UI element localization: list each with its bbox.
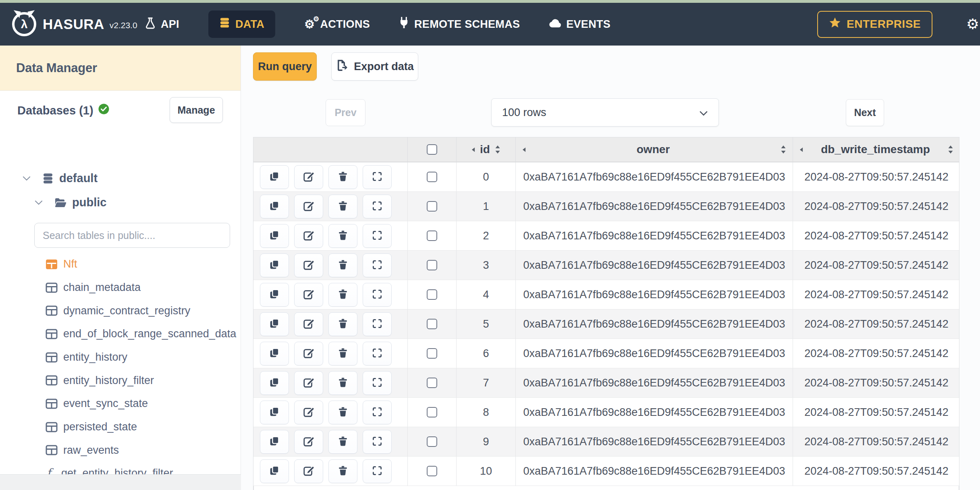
sidebar-table-item[interactable]: chain_metadata: [0, 276, 241, 299]
expand-row-button[interactable]: [363, 459, 392, 483]
edit-row-button[interactable]: [294, 342, 323, 365]
delete-row-button[interactable]: [328, 195, 357, 218]
edit-row-button[interactable]: [294, 459, 323, 483]
expand-row-button[interactable]: [363, 430, 392, 454]
row-checkbox[interactable]: [427, 378, 437, 388]
header-col-db-write-timestamp[interactable]: db_write_timestamp: [793, 137, 960, 162]
database-icon: [42, 173, 54, 184]
row-checkbox[interactable]: [427, 466, 437, 476]
row-checkbox[interactable]: [427, 172, 437, 182]
edit-icon: [303, 229, 315, 243]
search-tables-input[interactable]: [34, 223, 230, 248]
sort-arrows-icon[interactable]: [495, 145, 500, 154]
copy-row-button[interactable]: [260, 165, 289, 189]
cell-db-write-timestamp: 2024-08-27T09:50:57.245142: [793, 339, 960, 368]
copy-row-button[interactable]: [260, 253, 289, 277]
expand-row-button[interactable]: [363, 253, 392, 277]
caret-left-icon[interactable]: [471, 147, 475, 152]
caret-left-icon[interactable]: [799, 147, 803, 152]
edit-row-button[interactable]: [294, 283, 323, 307]
delete-row-button[interactable]: [328, 224, 357, 248]
run-query-button[interactable]: Run query: [253, 52, 317, 81]
row-checkbox[interactable]: [427, 348, 437, 359]
copy-row-button[interactable]: [260, 312, 289, 336]
expand-row-button[interactable]: [363, 401, 392, 424]
expand-row-button[interactable]: [363, 371, 392, 395]
edit-row-button[interactable]: [294, 401, 323, 424]
delete-row-button[interactable]: [328, 312, 357, 336]
edit-row-button[interactable]: [294, 253, 323, 277]
header-col-id[interactable]: id: [457, 137, 516, 162]
delete-row-button[interactable]: [328, 342, 357, 365]
delete-row-button[interactable]: [328, 371, 357, 395]
expand-row-button[interactable]: [363, 283, 392, 307]
edit-row-button[interactable]: [294, 430, 323, 454]
sidebar-table-item[interactable]: entity_history_filter: [0, 369, 241, 392]
manage-button[interactable]: Manage: [170, 97, 223, 123]
sort-arrows-icon[interactable]: [948, 145, 953, 154]
edit-row-button[interactable]: [294, 224, 323, 248]
enterprise-button[interactable]: ENTERPRISE: [817, 11, 932, 38]
delete-row-button[interactable]: [328, 401, 357, 424]
nav-item-actions[interactable]: ⚙⚙ ACTIONS: [304, 18, 370, 31]
nav-item-data[interactable]: DATA: [208, 10, 275, 38]
nav-item-events[interactable]: EVENTS: [549, 18, 610, 31]
next-page-button[interactable]: Next: [846, 99, 884, 126]
row-checkbox[interactable]: [427, 436, 437, 447]
nav-item-api[interactable]: API: [145, 17, 179, 32]
delete-row-button[interactable]: [328, 253, 357, 277]
caret-left-icon[interactable]: [522, 147, 526, 152]
sidebar-table-item[interactable]: event_sync_state: [0, 392, 241, 415]
expand-row-button[interactable]: [363, 342, 392, 365]
sidebar-table-item[interactable]: Nft: [0, 253, 241, 276]
sort-arrows-icon[interactable]: [781, 145, 786, 154]
delete-row-button[interactable]: [328, 165, 357, 189]
export-data-button[interactable]: Export data: [331, 52, 418, 81]
row-checkbox[interactable]: [427, 201, 437, 212]
expand-row-button[interactable]: [363, 195, 392, 218]
expand-row-button[interactable]: [363, 312, 392, 336]
gear-icon[interactable]: ⚙: [966, 17, 979, 31]
copy-row-button[interactable]: [260, 401, 289, 424]
brand[interactable]: λ HASURA v2.23.0: [0, 12, 142, 36]
copy-row-button[interactable]: [260, 195, 289, 218]
rows-per-page-select[interactable]: 100 rows: [491, 98, 719, 127]
sidebar-table-item[interactable]: dynamic_contract_registry: [0, 299, 241, 322]
copy-row-button[interactable]: [260, 430, 289, 454]
edit-row-button[interactable]: [294, 312, 323, 336]
expand-row-button[interactable]: [363, 165, 392, 189]
delete-row-button[interactable]: [328, 283, 357, 307]
chevron-down-icon[interactable]: [34, 200, 43, 205]
tree-node-database[interactable]: default: [22, 172, 98, 185]
copy-row-button[interactable]: [260, 371, 289, 395]
expand-row-button[interactable]: [363, 224, 392, 248]
row-checkbox[interactable]: [427, 289, 437, 300]
prev-page-button[interactable]: Prev: [326, 99, 365, 126]
header-col-owner[interactable]: owner: [516, 137, 793, 162]
row-checkbox[interactable]: [427, 260, 437, 270]
delete-row-button[interactable]: [328, 459, 357, 483]
sidebar-table-item[interactable]: end_of_block_range_scanned_data: [0, 322, 241, 346]
edit-row-button[interactable]: [294, 195, 323, 218]
cell-id: 2: [457, 221, 516, 250]
copy-icon: [268, 288, 280, 301]
tree-node-schema[interactable]: public: [34, 196, 106, 209]
copy-row-button[interactable]: [260, 342, 289, 365]
sidebar-table-item[interactable]: persisted_state: [0, 415, 241, 439]
edit-row-button[interactable]: [294, 371, 323, 395]
copy-row-button[interactable]: [260, 283, 289, 307]
copy-icon: [268, 318, 280, 331]
copy-row-button[interactable]: [260, 459, 289, 483]
row-checkbox[interactable]: [427, 407, 437, 417]
sidebar-table-item[interactable]: raw_events: [0, 439, 241, 462]
chevron-down-icon[interactable]: [22, 176, 31, 181]
edit-row-button[interactable]: [294, 165, 323, 189]
table-row: 4 0xaBA7161A7fb69c88e16ED9f455CE62B791EE…: [253, 280, 959, 309]
copy-row-button[interactable]: [260, 224, 289, 248]
nav-item-remote-schemas[interactable]: REMOTE SCHEMAS: [399, 17, 520, 31]
delete-row-button[interactable]: [328, 430, 357, 454]
row-checkbox[interactable]: [427, 319, 437, 329]
row-checkbox[interactable]: [427, 230, 437, 241]
select-all-checkbox[interactable]: [427, 144, 437, 155]
sidebar-table-item[interactable]: entity_history: [0, 346, 241, 369]
